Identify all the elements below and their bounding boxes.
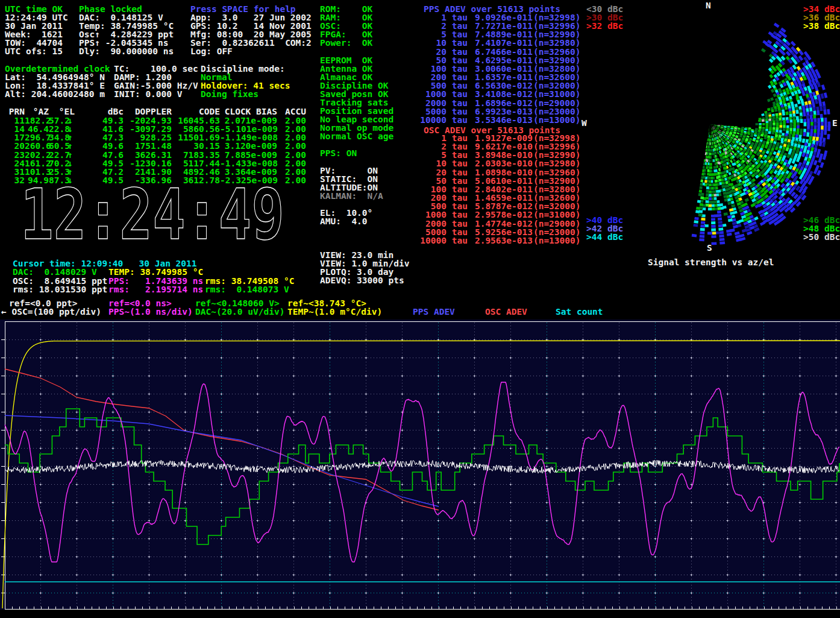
label: Doing fixes — [201, 90, 259, 98]
adev-row: 1 tau1.9127e-009(n=32998) — [420, 134, 581, 142]
sat-row: 17296.734.8↑47.3928.2511501.69-1.149e-00… — [5, 133, 306, 142]
label: Ser: 0.82362611 COM:2 — [190, 39, 312, 47]
adev-row: 2000 tau1.4774e-012(n=29000) — [420, 219, 581, 228]
col-az: °AZ — [25, 107, 49, 116]
adev-row: 200 tau1.6357e-011(n=32600) — [420, 73, 581, 81]
sat-row: 20260.660.5↑49.61751.4830.153.120e-0092.… — [5, 142, 306, 150]
adev-row: 1 tau9.0926e-011(n=32998) — [420, 13, 581, 22]
adev-row: 10000 tau2.9563e-013(n=13000) — [420, 236, 581, 245]
adev-row: 5 tau7.4889e-011(n=32990) — [420, 30, 581, 39]
label: rms: 18.031530 ppt — [13, 285, 107, 294]
label: INIT: 0.000 V — [114, 90, 183, 98]
label: PV: ON — [320, 166, 378, 175]
sat-row: 3294.987.3↓49.5-336.963612.78-2.325e-009… — [5, 176, 306, 184]
label: TEMP: 38.749985 °C — [108, 268, 203, 276]
col-clock-bias: CLOCK BIAS — [220, 107, 277, 116]
label: rms: 2.195714 ns — [108, 285, 203, 294]
adev-row: 5000 tau5.9256e-013(n=23000) — [420, 228, 581, 236]
label: Log: OFF — [190, 47, 233, 55]
label: Position saved — [320, 107, 393, 115]
label: ADEVQ: 33000 pts — [320, 276, 404, 285]
adev-row: 20 tau1.0898e-010(n=32960) — [420, 168, 581, 177]
label: Alt: 204.46002480 m — [5, 90, 105, 98]
label: RAM: OK — [320, 13, 372, 22]
label: VIEW: 23.0 min — [320, 251, 393, 259]
sat-row: 24161.270.2↓49.5-1230.165117.44-1.433e-0… — [5, 159, 306, 168]
label: ref~<0.148060 V> — [195, 299, 280, 307]
big-digital-clock: 12:24:49 — [18, 184, 292, 245]
pps-adev-table: 1 tau9.0926e-011(n=32998)2 tau7.7271e-01… — [420, 13, 581, 124]
label: Signal strength vs az/el — [648, 258, 774, 266]
adev-row: 100 tau2.8402e-011(n=32800) — [420, 185, 581, 194]
sat-row: 11182.257.2↓49.3-2024.9316045.632.071e-0… — [5, 116, 306, 125]
adev-row: 10 tau7.4107e-011(n=32980) — [420, 39, 581, 47]
label: PPS ADEV — [413, 307, 455, 316]
label: ← OSC=(100 ppt/div) — [1, 307, 101, 316]
label: Press SPACE for help — [190, 5, 296, 13]
label: DAC: 0.148125 V — [79, 13, 163, 22]
history-plot — [0, 320, 840, 618]
col-el: °EL — [49, 107, 75, 116]
label: Almanac OK — [320, 73, 372, 81]
label: Cursor time: 12:09:40 30 Jan 2011 — [13, 259, 197, 268]
label: KALMAN: N/A — [320, 192, 383, 200]
adev-row: 1000 tau2.9578e-012(n=31000) — [420, 210, 581, 219]
adev-row: 2 tau7.7271e-011(n=32996) — [420, 22, 581, 30]
label: PLOTQ: 3.0 day — [320, 268, 393, 276]
label: EEPROM OK — [320, 56, 372, 65]
label: EL: 10.0° — [320, 209, 372, 217]
label: PPS↑ -2.045345 ns — [79, 39, 168, 47]
label: App: 3.0 27 Jun 2002 — [190, 13, 312, 22]
label: Lon: 18.4337841° E — [5, 81, 105, 90]
label: ref=<0.0 ppt> — [9, 299, 78, 307]
label: Dly: 90.000000 ns — [79, 47, 174, 55]
label: Normal — [201, 73, 232, 81]
label: TOW: 44704 — [5, 39, 63, 47]
adev-row: 20 tau6.7466e-011(n=32960) — [420, 48, 581, 56]
label: Tracking sats — [320, 98, 389, 107]
label: GPS: 10.2 14 Nov 2001 — [190, 22, 312, 30]
label: STATIC: ON — [320, 175, 378, 183]
label: Osc↑ 4.284229 ppt — [79, 30, 174, 39]
sat-row: 1446.422.8↓41.6-3097.295860.56-5.101e-00… — [5, 125, 306, 133]
label: 30 Jan 2011 — [5, 22, 63, 30]
label: OSC: 8.649415 ppt — [13, 277, 107, 285]
label: Week: 1621 — [5, 30, 63, 39]
label: UTC ofs: 15 — [5, 47, 63, 55]
label: Normal OSC age — [320, 132, 393, 140]
label: 12:24:49 UTC — [5, 13, 68, 22]
adev-row: 2 tau9.6217e-010(n=32996) — [420, 142, 581, 151]
lady-heather-screen: UTC time OK12:24:49 UTC30 Jan 2011Week: … — [0, 0, 840, 618]
label: Lat: 54.4964948° N — [5, 73, 105, 81]
adev-row: 10000 tau3.5346e-013(n=13000) — [420, 116, 581, 124]
label: VIEW: 1.0 min/div — [320, 259, 409, 268]
label: FPGA: OK — [320, 30, 372, 39]
label: OSC ADEV — [485, 307, 527, 316]
label: TEMP~(1.0 m°C/div) — [287, 307, 382, 316]
adev-row: 50 tau5.0610e-011(n=32900) — [420, 177, 581, 185]
sat-table: 11182.257.2↓49.3-2024.9316045.632.071e-0… — [5, 116, 306, 184]
col-accu: ACCU — [277, 107, 306, 116]
label: Holdover: 41 secs — [201, 81, 290, 90]
label: ref=<0.0 ns> — [108, 299, 172, 307]
label: Sat count — [556, 307, 603, 316]
label: DAC: 0.148029 V — [13, 268, 97, 276]
label: DAC~(20.0 uV/div) — [195, 307, 284, 316]
adev-row: 10 tau2.0303e-010(n=32980) — [420, 159, 581, 168]
label: ALTITUDE:ON — [320, 183, 378, 192]
label: GAIN:-5.000 Hz/V — [114, 81, 198, 90]
label: Discipline mode: — [201, 65, 285, 73]
label: DAMP: 1.200 — [114, 73, 172, 81]
label: rms: 0.148073 V — [205, 285, 289, 294]
adev-row: 2000 tau1.6896e-012(n=29000) — [420, 99, 581, 107]
adev-row: 100 tau3.0060e-011(n=32800) — [420, 65, 581, 73]
label: PPS: 1.743639 ns — [108, 277, 203, 285]
label: Power: OK — [320, 39, 372, 47]
label: Phase locked — [79, 5, 142, 13]
col-code: CODE — [172, 107, 220, 116]
label: PPS ADEV over 51613 points — [424, 5, 560, 13]
adev-row: 1000 tau3.4108e-012(n=31000) — [420, 90, 581, 98]
label: UTC time OK — [5, 5, 63, 13]
col-doppler: DOPPLER — [124, 107, 172, 116]
label: OSC: OK — [320, 22, 372, 30]
